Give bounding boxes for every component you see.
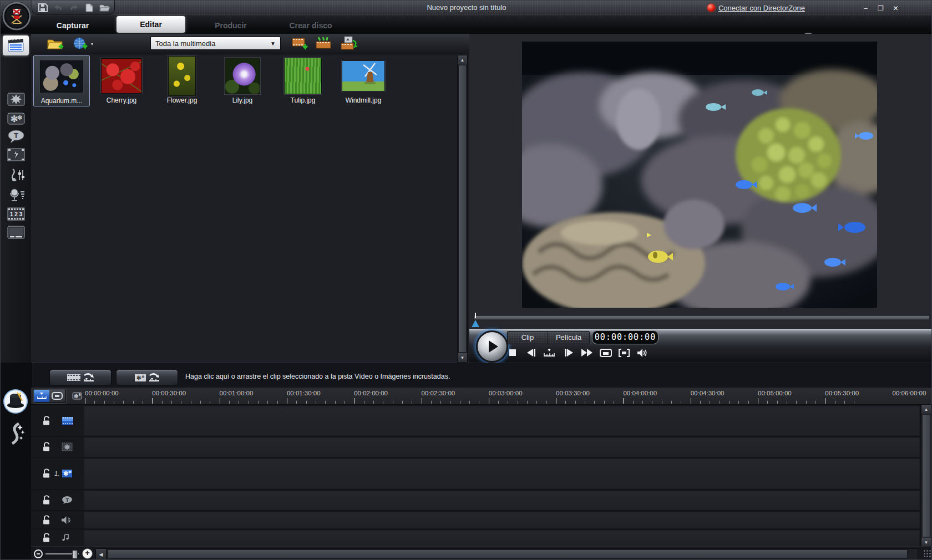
library-toolbar: Toda la multimedia ▼ [31, 34, 469, 54]
scroll-left-icon[interactable]: ◀ [95, 548, 107, 560]
resize-grip[interactable] [923, 549, 931, 557]
pip-track-area[interactable] [84, 458, 920, 489]
timeline-bottombar: ◀ [31, 546, 932, 560]
detect-scenes-icon[interactable] [316, 36, 332, 52]
subtitle-room-icon[interactable] [6, 224, 26, 241]
track-manager-icon[interactable]: ✻✻ [71, 389, 84, 403]
clip-mode-button[interactable]: Clip [507, 331, 548, 344]
audio-mixing-room-icon[interactable] [6, 167, 26, 184]
zoom-in-icon[interactable] [82, 548, 93, 559]
tab-capturar[interactable]: Capturar [39, 19, 106, 32]
svg-text:T: T [66, 497, 69, 503]
tab-crear-disco[interactable]: Crear disco [276, 19, 346, 32]
open-project-icon[interactable] [99, 2, 111, 13]
track-row-music[interactable] [31, 530, 920, 546]
library-scrollbar[interactable]: ▲ ▼ [457, 55, 468, 363]
movie-mode-button[interactable]: Película [548, 331, 590, 344]
transition-room-icon[interactable] [6, 146, 26, 163]
scroll-up-icon[interactable]: ▲ [458, 55, 467, 64]
track-row-title[interactable]: T [31, 490, 920, 510]
fast-forward-icon[interactable] [580, 346, 594, 359]
hscroll-thumb[interactable] [108, 549, 908, 559]
zoom-slider-handle[interactable] [72, 550, 78, 559]
import-media-icon[interactable] [47, 36, 65, 52]
new-project-icon[interactable] [83, 2, 95, 13]
timeline-vscrollbar[interactable]: ▲ ▼ [921, 404, 931, 547]
quick-toolbar [32, 1, 115, 15]
svg-text:✻: ✻ [136, 375, 141, 381]
fullscreen-icon[interactable] [617, 346, 631, 359]
track-row-pip[interactable]: 1. ✻✻ [31, 458, 920, 489]
timeline-panel: ✻✻ 00:00:00:0000:00:30:0000:01:00:0000:0… [31, 388, 932, 560]
pip-objects-room-icon[interactable]: ✻✻ [6, 110, 26, 127]
volume-icon[interactable] [635, 346, 649, 359]
next-frame-icon[interactable] [561, 346, 576, 359]
lock-icon[interactable] [42, 469, 50, 478]
seek-marker[interactable] [472, 320, 479, 327]
voice-track-area[interactable] [84, 511, 920, 528]
ruler-label: 00:03:00:00 [489, 390, 523, 396]
minimize-button[interactable]: – [861, 4, 870, 12]
insert-video-track-button[interactable] [49, 370, 112, 385]
media-item-aquarium[interactable]: Aquarium.m... [33, 55, 90, 106]
effect-track-area[interactable] [84, 437, 920, 457]
media-room-icon[interactable] [3, 35, 29, 55]
lock-icon[interactable] [42, 416, 50, 425]
voiceover-room-icon[interactable] [6, 187, 26, 203]
video-track-area[interactable] [84, 405, 920, 436]
insert-pip-track-button[interactable]: ✻✻ [116, 370, 178, 385]
stop-icon[interactable] [505, 346, 520, 359]
lock-icon[interactable] [42, 533, 50, 543]
dual-preview-icon[interactable] [599, 346, 613, 359]
insert-to-timeline-icon[interactable] [292, 36, 308, 52]
effects-room-icon[interactable] [6, 91, 26, 108]
app-logo [2, 1, 32, 31]
track-row-effect[interactable] [31, 437, 920, 457]
lock-icon[interactable] [42, 496, 50, 505]
title-room-icon[interactable]: T [6, 128, 26, 145]
scroll-down-icon[interactable]: ▼ [921, 538, 931, 547]
download-from-directorzone-icon[interactable] [72, 36, 95, 52]
lock-icon[interactable] [42, 515, 50, 525]
media-item-tulip[interactable]: Tulip.jpg [275, 55, 331, 105]
tab-editar[interactable]: Editar [116, 16, 185, 33]
close-button[interactable]: ✕ [891, 4, 900, 12]
restore-button[interactable]: ❐ [876, 4, 885, 12]
thumbnail-aquarium [40, 60, 83, 93]
music-track-area[interactable] [84, 530, 920, 546]
play-button[interactable] [476, 330, 508, 363]
save-icon[interactable] [37, 2, 49, 13]
timeline-view-toggle[interactable] [34, 390, 49, 402]
lock-icon[interactable] [42, 442, 50, 452]
previous-frame-icon[interactable] [524, 346, 539, 359]
magic-wand-icon[interactable] [3, 421, 28, 446]
magic-movie-wizard-icon[interactable] [3, 389, 28, 414]
media-item-windmill[interactable]: Windmill.jpg [336, 55, 391, 105]
chapter-room-icon[interactable]: 1 2 3 [6, 206, 26, 222]
timeline-zoom-slider[interactable] [45, 549, 79, 559]
redo-icon[interactable] [68, 2, 80, 13]
svg-text:T: T [14, 131, 18, 140]
title-track-area[interactable] [84, 490, 920, 510]
directorzone-link[interactable]: Conectar con DirectorZone [707, 3, 805, 13]
ruler-label: 00:04:30:00 [691, 390, 725, 396]
media-library: Toda la multimedia ▼ Aquarium.m... Cherr… [31, 34, 469, 363]
extract-audio-icon[interactable] [341, 36, 359, 52]
track-row-voice[interactable] [31, 511, 920, 528]
media-item-flower[interactable]: Flower.jpg [154, 55, 210, 105]
timeline-hscrollbar[interactable] [106, 548, 918, 560]
ruler-label: 00:02:00:00 [354, 390, 388, 396]
preview-seekbar[interactable] [474, 315, 930, 320]
timeline-ruler[interactable]: ✻✻ 00:00:00:0000:00:30:0000:01:00:0000:0… [31, 388, 932, 405]
media-item-cherry[interactable]: Cherry.jpg [94, 55, 149, 105]
media-filter-select[interactable]: Toda la multimedia ▼ [150, 37, 281, 50]
track-row-video[interactable] [31, 405, 920, 436]
zoom-out-icon[interactable] [34, 549, 43, 558]
seek-ruler-icon[interactable] [542, 346, 556, 359]
storyboard-view-toggle[interactable] [49, 390, 65, 402]
scroll-down-icon[interactable]: ▼ [458, 353, 467, 362]
tab-producir[interactable]: Producir [197, 19, 264, 32]
scroll-up-icon[interactable]: ▲ [921, 405, 931, 414]
media-item-lily[interactable]: Lily.jpg [215, 55, 270, 105]
undo-icon[interactable] [52, 2, 64, 13]
